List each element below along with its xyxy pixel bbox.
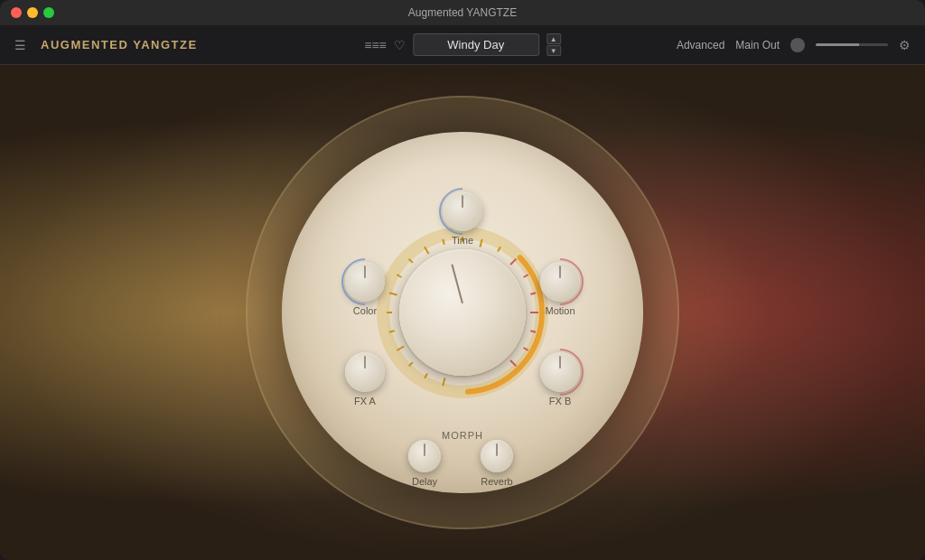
header-right: Advanced Main Out ⚙: [677, 38, 911, 52]
morph-indicator: [451, 264, 463, 303]
delay-knob-container: Delay: [408, 440, 441, 487]
time-knob[interactable]: [443, 191, 482, 231]
motion-knob[interactable]: [540, 262, 580, 302]
fxb-label: FX B: [549, 396, 571, 406]
time-label: Time: [452, 235, 473, 246]
volume-slider[interactable]: [816, 43, 888, 46]
reverb-knob-container: Reverb: [481, 440, 513, 487]
preset-arrows: ▲ ▼: [547, 33, 561, 56]
reverb-label: Reverb: [481, 476, 512, 487]
advanced-button[interactable]: Advanced: [677, 39, 724, 51]
color-knob[interactable]: [345, 262, 385, 302]
preset-prev-button[interactable]: ▲: [547, 33, 561, 44]
morph-label: MORPH: [442, 430, 483, 441]
browser-icon[interactable]: ≡≡≡: [364, 38, 387, 52]
fxa-knob-container: FX A: [345, 352, 385, 406]
settings-icon[interactable]: ⚙: [899, 38, 911, 52]
menu-icon[interactable]: ☰: [14, 38, 26, 52]
main-out-label: Main Out: [735, 39, 780, 51]
delay-knob[interactable]: [408, 440, 441, 472]
preset-next-button[interactable]: ▼: [547, 45, 561, 56]
color-knob-container: Color: [345, 262, 385, 316]
time-knob-container: Time: [443, 191, 482, 246]
app-title: AUGMENTED YANGTZE: [41, 38, 662, 51]
reverb-knob[interactable]: [481, 440, 513, 472]
header: ☰ AUGMENTED YANGTZE ≡≡≡ ♡ Windy Day ▲ ▼ …: [0, 25, 925, 65]
maximize-button[interactable]: [43, 7, 54, 18]
favorite-icon[interactable]: ♡: [394, 38, 406, 52]
fxa-label: FX A: [354, 396, 376, 406]
fxa-knob[interactable]: [345, 352, 385, 392]
close-button[interactable]: [11, 7, 22, 18]
morph-knob[interactable]: [399, 249, 526, 376]
title-bar: Augmented YANGTZE: [0, 0, 925, 25]
traffic-lights: [11, 7, 54, 18]
main-content: Time Color Motion FX A FX B Delay Reverb: [0, 65, 925, 560]
window-title: Augmented YANGTZE: [408, 6, 517, 19]
preset-name-button[interactable]: Windy Day: [413, 33, 539, 56]
preset-controls: ≡≡≡ ♡ Windy Day ▲ ▼: [364, 33, 561, 56]
fxb-knob[interactable]: [540, 352, 580, 392]
minimize-button[interactable]: [27, 7, 38, 18]
motion-knob-container: Motion: [540, 262, 580, 316]
fxb-knob-container: FX B: [540, 352, 580, 406]
motion-label: Motion: [545, 305, 575, 316]
speaker-icon: [790, 38, 805, 52]
delay-label: Delay: [412, 476, 437, 487]
color-label: Color: [353, 305, 377, 316]
